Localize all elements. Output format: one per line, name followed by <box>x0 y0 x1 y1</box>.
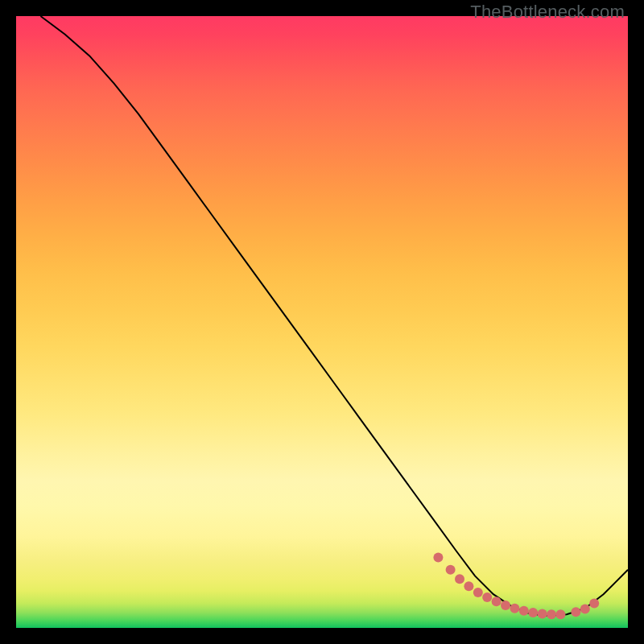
marker-dot <box>501 601 510 610</box>
marker-dot <box>580 604 590 613</box>
marker-dot <box>464 581 473 591</box>
marker-dot <box>482 592 492 602</box>
marker-dot <box>473 588 483 597</box>
marker-dot <box>555 609 565 619</box>
marker-dot <box>547 609 556 619</box>
marker-dot <box>455 574 464 584</box>
marker-dot <box>528 608 538 617</box>
chart-frame <box>16 16 628 628</box>
recommended-range-markers <box>433 553 599 620</box>
marker-dot <box>538 609 547 619</box>
marker-dot <box>571 607 580 617</box>
marker-dot <box>492 597 502 606</box>
marker-dot <box>589 599 599 609</box>
marker-dot <box>519 606 529 616</box>
marker-dot <box>446 565 456 575</box>
marker-dot <box>510 604 519 613</box>
chart-overlay <box>16 16 628 628</box>
bottleneck-curve <box>40 16 628 616</box>
marker-dot <box>433 553 443 563</box>
